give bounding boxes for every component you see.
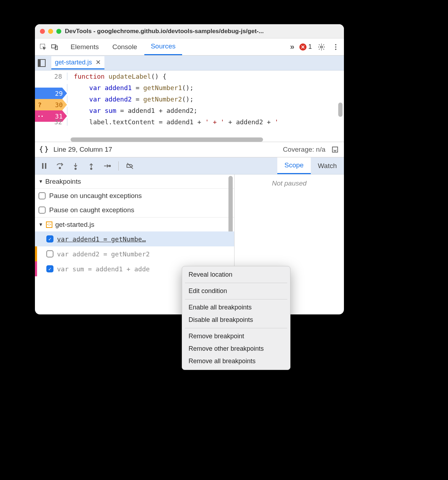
checkbox[interactable] <box>38 192 46 199</box>
pause-uncaught-row[interactable]: Pause on uncaught exceptions <box>35 189 234 203</box>
menu-disable-all[interactable]: Disable all breakpoints <box>182 314 290 326</box>
code-line: label.textContent = addend1 + ' + ' + ad… <box>67 118 344 126</box>
step-into-icon[interactable] <box>71 162 80 170</box>
breakpoint-marker-conditional[interactable]: 30 <box>35 99 67 110</box>
pretty-print-icon[interactable] <box>39 146 48 153</box>
svg-point-6 <box>335 48 336 50</box>
breakpoint-file-header[interactable]: ▼ <> get-started.js <box>35 217 234 231</box>
file-tab-name: get-started.js <box>55 59 92 66</box>
context-menu: Reveal location Edit condition Enable al… <box>182 266 290 370</box>
error-count: 1 <box>308 43 312 51</box>
breakpoint-text: var addend1 = getNumbe… <box>57 235 234 243</box>
vertical-scrollbar[interactable] <box>338 103 343 117</box>
svg-point-4 <box>335 44 336 45</box>
breakpoint-strip <box>35 246 37 261</box>
navigator-toggle-icon[interactable] <box>38 59 46 67</box>
step-out-icon[interactable] <box>87 162 96 170</box>
more-icon[interactable] <box>331 42 340 52</box>
maximize-button[interactable] <box>56 29 61 34</box>
checkbox[interactable] <box>38 207 46 214</box>
js-file-icon: <> <box>46 221 52 228</box>
tab-elements[interactable]: Elements <box>64 38 105 55</box>
inspect-icon[interactable] <box>38 42 48 52</box>
checkbox[interactable]: ✓ <box>46 265 53 272</box>
pause-caught-row[interactable]: Pause on caught exceptions <box>35 203 234 217</box>
collapse-icon[interactable] <box>330 145 340 154</box>
svg-point-13 <box>109 165 110 167</box>
window-title: DevTools - googlechrome.github.io/devtoo… <box>65 28 339 35</box>
collapse-icon: ▼ <box>38 179 43 184</box>
step-icon[interactable] <box>103 162 111 170</box>
breakpoint-row[interactable]: ✓ var addend1 = getNumbe… <box>35 231 234 246</box>
pause-icon[interactable] <box>40 162 48 170</box>
tab-console[interactable]: Console <box>106 38 144 55</box>
checkbox[interactable]: ✓ <box>46 235 53 242</box>
svg-point-5 <box>335 46 336 48</box>
tab-scope[interactable]: Scope <box>277 157 311 174</box>
not-paused-label: Not paused <box>235 174 344 192</box>
breakpoint-marker[interactable]: 29 <box>35 88 67 99</box>
menu-separator <box>185 328 287 328</box>
more-tabs-icon[interactable]: » <box>290 42 294 52</box>
editor-status-bar: Line 29, Column 17 Coverage: n/a <box>35 142 344 157</box>
svg-rect-9 <box>45 163 46 169</box>
line-number[interactable]: 32 <box>35 118 67 126</box>
menu-remove-all[interactable]: Remove all breakpoints <box>182 355 290 367</box>
coverage-label: Coverage: n/a <box>283 146 325 153</box>
tab-sources[interactable]: Sources <box>144 38 182 55</box>
titlebar: DevTools - googlechrome.github.io/devtoo… <box>35 24 344 38</box>
minimize-button[interactable] <box>48 29 53 34</box>
svg-point-12 <box>91 168 92 169</box>
breakpoints-header[interactable]: ▼ Breakpoints <box>35 174 234 189</box>
menu-remove-breakpoint[interactable]: Remove breakpoint <box>182 330 290 343</box>
line-number[interactable]: 28 <box>35 73 67 80</box>
file-tabs-bar: get-started.js ✕ <box>35 56 344 71</box>
breakpoint-row[interactable]: var addend2 = getNumber2 <box>35 246 234 261</box>
window-controls <box>40 29 61 34</box>
panel-tabs: Elements Console Sources <box>64 38 182 55</box>
menu-enable-all[interactable]: Enable all breakpoints <box>182 301 290 314</box>
close-tab-icon[interactable]: ✕ <box>96 58 101 66</box>
menu-separator <box>185 283 287 283</box>
menu-edit-condition[interactable]: Edit condition <box>182 285 290 297</box>
deactivate-breakpoints-icon[interactable] <box>126 162 134 170</box>
cursor-position: Line 29, Column 17 <box>53 146 112 153</box>
horizontal-scrollbar[interactable] <box>71 137 263 142</box>
menu-separator <box>185 299 287 299</box>
svg-point-10 <box>59 167 61 169</box>
checkbox[interactable] <box>46 250 53 257</box>
breakpoint-text: var addend2 = getNumber2 <box>57 250 234 258</box>
file-tab[interactable]: get-started.js ✕ <box>51 56 104 69</box>
menu-reveal-location[interactable]: Reveal location <box>182 268 290 281</box>
error-badge[interactable]: ✕ 1 <box>299 43 312 51</box>
close-button[interactable] <box>40 29 45 34</box>
svg-point-11 <box>75 168 76 169</box>
code-line: function updateLabel() { <box>67 73 344 80</box>
code-line: var addend1 = getNumber1(); <box>67 84 344 92</box>
main-toolbar: Elements Console Sources » ✕ 1 <box>35 38 344 56</box>
code-line: var addend2 = getNumber2(); <box>67 95 344 103</box>
debugger-toolbar: Scope Watch <box>35 157 344 174</box>
svg-rect-8 <box>42 163 43 169</box>
breakpoint-strip <box>35 261 37 276</box>
collapse-icon: ▼ <box>38 222 43 227</box>
svg-point-3 <box>320 46 323 48</box>
code-editor[interactable]: 28 function updateLabel() { 29 var adden… <box>35 71 344 142</box>
code-line: var sum = addend1 + addend2; <box>67 107 344 114</box>
device-icon[interactable] <box>50 42 59 52</box>
settings-icon[interactable] <box>317 42 326 52</box>
menu-remove-other[interactable]: Remove other breakpoints <box>182 343 290 355</box>
vertical-scrollbar[interactable] <box>228 176 233 240</box>
tab-watch[interactable]: Watch <box>311 157 344 174</box>
step-over-icon[interactable] <box>56 162 64 170</box>
error-icon: ✕ <box>299 43 307 51</box>
